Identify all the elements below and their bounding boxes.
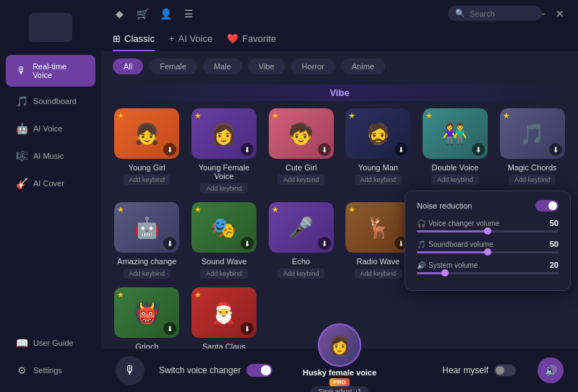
voice-card-sound-wave[interactable]: 🎭 ★ ⬇ Sound Wave Add keybind bbox=[190, 202, 259, 279]
voice-card-radio-wave[interactable]: 🦌 ★ ⬇ Radio Wave Add keybind bbox=[344, 202, 413, 279]
noise-reduction-label: Noise reduction bbox=[417, 201, 472, 210]
mic-button[interactable]: 🎙 bbox=[116, 356, 144, 385]
voice-card-young-girl[interactable]: 👧 ★ ⬇ Young Girl Add keybind bbox=[113, 108, 181, 193]
filter-pill-male[interactable]: Male bbox=[203, 58, 242, 74]
sidebar-icon-3: 🎼 bbox=[16, 150, 27, 162]
voice-card-young-man[interactable]: 🧔 ★ ⬇ Young Man Add keybind bbox=[344, 108, 413, 193]
voice-changer-value: 50 bbox=[550, 219, 558, 227]
card-image: 👩 ★ ⬇ bbox=[191, 108, 256, 159]
pro-badge: PRO bbox=[329, 378, 349, 386]
card-image: 👹 ★ ⬇ bbox=[114, 287, 179, 338]
card-name: Young Girl bbox=[129, 163, 165, 172]
card-name: Young Man bbox=[358, 163, 398, 172]
main-panel: ◆ 🛒 👤 ☰ ─ ✕ 🔍 ⊞ Classic + AI Voice ❤️ Fa… bbox=[101, 0, 578, 392]
menu-icon[interactable]: ☰ bbox=[182, 7, 195, 20]
voice-card-double-voice[interactable]: 👫 ★ ⬇ Double Voice Add keybind bbox=[421, 108, 490, 193]
voice-card-echo[interactable]: 🎤 ★ ⬇ Echo Add keybind bbox=[267, 202, 335, 279]
sidebar-icon-4: 🎸 bbox=[16, 178, 27, 189]
add-keybind-button[interactable]: Add keybind bbox=[124, 175, 171, 185]
hear-myself-toggle[interactable] bbox=[494, 365, 516, 376]
voice-changer-volume-label: 🎧 Voice changer volume bbox=[417, 219, 499, 227]
sidebar-label-1: Soundboard bbox=[33, 97, 77, 105]
favorite-icon: ❤️ bbox=[227, 33, 238, 44]
sidebar-label-2: AI Voice bbox=[33, 124, 62, 133]
soundboard-slider-track[interactable] bbox=[417, 251, 558, 253]
voice-card-grinch[interactable]: 👹 ★ ⬇ Grinch Add keybind bbox=[113, 287, 181, 349]
sidebar-bottom-label-1: Settings bbox=[33, 366, 62, 375]
close-icon[interactable]: ✕ bbox=[553, 7, 566, 20]
search-input[interactable] bbox=[470, 9, 535, 18]
shop-icon[interactable]: 🛒 bbox=[136, 7, 149, 20]
star-badge: ★ bbox=[117, 111, 124, 121]
add-keybind-button[interactable]: Add keybind bbox=[200, 183, 248, 193]
download-badge: ⬇ bbox=[472, 143, 485, 156]
add-keybind-button[interactable]: Add keybind bbox=[277, 269, 325, 279]
classic-icon: ⊞ bbox=[113, 33, 121, 44]
soundboard-slider-fill bbox=[417, 251, 488, 253]
filter-pill-all[interactable]: All bbox=[113, 58, 143, 74]
search-icon: 🔍 bbox=[455, 9, 465, 18]
filter-pill-anime[interactable]: Anime bbox=[341, 58, 385, 74]
card-image: 🎤 ★ ⬇ bbox=[269, 202, 334, 253]
hear-myself: Hear myself bbox=[442, 365, 516, 376]
download-badge: ⬇ bbox=[318, 237, 331, 250]
save-adjust-button[interactable]: Save adjust ↺ bbox=[311, 386, 368, 393]
card-image: 🎅 ★ ⬇ bbox=[191, 287, 256, 338]
user-icon[interactable]: 👤 bbox=[159, 7, 172, 20]
soundboard-value: 50 bbox=[550, 240, 558, 248]
card-name: Magic Chords bbox=[508, 163, 557, 172]
tab-classic[interactable]: ⊞ Classic bbox=[113, 33, 155, 51]
card-name: Amazing change bbox=[117, 257, 176, 266]
star-badge: ★ bbox=[348, 111, 355, 121]
download-badge: ⬇ bbox=[549, 143, 562, 156]
add-keybind-button[interactable]: Add keybind bbox=[277, 175, 325, 185]
card-name: Cute Girl bbox=[285, 163, 316, 172]
voice-changer-slider-track[interactable] bbox=[417, 230, 558, 232]
sidebar-item-ai-music[interactable]: 🎼AI Music bbox=[6, 143, 95, 169]
tab-favorite[interactable]: ❤️ Favorite bbox=[227, 33, 276, 51]
voice-changer-toggle[interactable] bbox=[246, 364, 272, 377]
sidebar-item-ai-voice[interactable]: 🤖AI Voice bbox=[6, 116, 95, 141]
soundboard-slider-thumb bbox=[484, 248, 491, 256]
card-image: 🎵 ★ ⬇ bbox=[500, 108, 565, 159]
voice-card-santa-claus[interactable]: 🎅 ★ ⬇ Santa Claus Add keybind bbox=[190, 287, 259, 349]
center-voice-display: 👩 Husky female voice PRO Save adjust ↺ bbox=[303, 345, 376, 393]
sidebar-bottom-item-settings[interactable]: ⚙Settings bbox=[6, 357, 95, 383]
voice-changer-slider-thumb bbox=[484, 227, 491, 235]
download-badge: ⬇ bbox=[241, 143, 254, 156]
add-keybind-button[interactable]: Add keybind bbox=[355, 175, 402, 185]
add-keybind-button[interactable]: Add keybind bbox=[124, 269, 171, 279]
speaker-button[interactable]: 🔊 bbox=[538, 357, 564, 383]
card-image: 👫 ★ ⬇ bbox=[423, 108, 488, 159]
system-slider-track[interactable] bbox=[417, 272, 558, 274]
sidebar-item-ai-cover[interactable]: 🎸AI Cover bbox=[6, 170, 95, 196]
voice-card-magic-chords[interactable]: 🎵 ★ ⬇ Magic Chords Add keybind bbox=[498, 108, 566, 193]
search-box: 🔍 bbox=[448, 6, 542, 21]
sidebar-bottom-item-user-guide[interactable]: 📖User Guide bbox=[6, 330, 95, 356]
star-badge: ★ bbox=[272, 205, 279, 214]
card-name: Echo bbox=[292, 257, 310, 266]
nav-tabs: ⊞ Classic + AI Voice ❤️ Favorite bbox=[101, 27, 578, 51]
sidebar-item-soundboard[interactable]: 🎵Soundboard bbox=[6, 88, 95, 114]
voice-card-cute-girl[interactable]: 🧒 ★ ⬇ Cute Girl Add keybind bbox=[267, 108, 335, 193]
star-badge: ★ bbox=[194, 111, 202, 121]
sidebar-item-real-time-voice[interactable]: 🎙Real-time Voice bbox=[6, 55, 95, 87]
noise-reduction-toggle[interactable] bbox=[535, 200, 558, 212]
sidebar: 🎙Real-time Voice🎵Soundboard🤖AI Voice🎼AI … bbox=[0, 0, 101, 392]
add-keybind-button[interactable]: Add keybind bbox=[355, 269, 402, 279]
add-keybind-button[interactable]: Add keybind bbox=[200, 269, 248, 279]
sidebar-icon-1: 🎵 bbox=[16, 95, 27, 107]
voice-card-young-female-voice[interactable]: 👩 ★ ⬇ Young Female Voice Add keybind bbox=[190, 108, 259, 193]
system-value: 20 bbox=[550, 261, 558, 269]
star-badge: ★ bbox=[426, 111, 433, 121]
filter-pill-horror[interactable]: Horror bbox=[291, 58, 335, 74]
voice-card-amazing-change[interactable]: 🤖 ★ ⬇ Amazing change Add keybind bbox=[113, 202, 181, 279]
card-name: Double Voice bbox=[432, 163, 479, 172]
filter-pill-vibe[interactable]: Vibe bbox=[248, 58, 285, 74]
add-keybind-button[interactable]: Add keybind bbox=[509, 175, 556, 185]
discord-icon[interactable]: ◆ bbox=[113, 7, 126, 20]
sidebar-bottom-icon-0: 📖 bbox=[16, 337, 27, 349]
tab-ai-voice[interactable]: + AI Voice bbox=[169, 33, 212, 51]
filter-pill-female[interactable]: Female bbox=[149, 58, 197, 74]
add-keybind-button[interactable]: Add keybind bbox=[431, 175, 479, 185]
